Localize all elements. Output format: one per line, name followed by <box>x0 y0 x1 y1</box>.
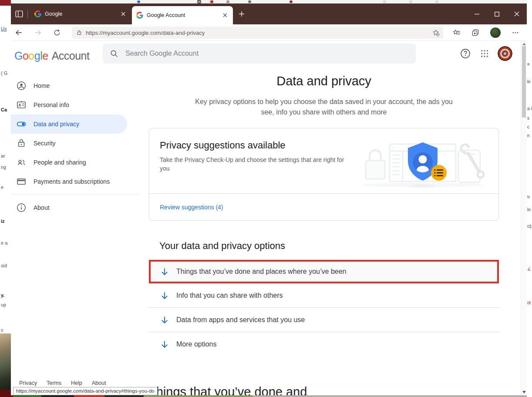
card-title: Privacy suggestions available <box>160 140 286 151</box>
arrow-down-icon <box>159 290 170 301</box>
browser-profile-avatar[interactable] <box>489 27 502 39</box>
sidebar-divider <box>11 194 138 195</box>
browser-titlebar: Google Google Account <box>11 3 527 24</box>
background-window-top-strip: 26 <box>11 0 527 3</box>
footer-link-privacy[interactable]: Privacy <box>19 380 37 386</box>
background-badge: 26 <box>197 0 201 3</box>
home-icon <box>16 81 27 91</box>
forward-icon[interactable] <box>32 27 44 39</box>
background-bottom-strip <box>11 395 527 397</box>
refresh-icon[interactable] <box>51 27 63 39</box>
browser-navbar: https://myaccount.google.com/data-and-pr… <box>11 24 527 41</box>
next-section-heading-partial: Things that you’ve done and <box>148 385 307 395</box>
window-close-button[interactable] <box>507 3 526 24</box>
settings-menu-icon[interactable] <box>509 27 522 39</box>
review-suggestions-row[interactable]: Review suggestions (4) <box>149 193 498 220</box>
scrollbar-thumb[interactable] <box>522 46 526 118</box>
footer-link-help[interactable]: Help <box>71 380 82 386</box>
option-things-done-places-been[interactable]: Things that you’ve done and places where… <box>149 260 499 283</box>
tab-close-icon[interactable] <box>120 10 127 17</box>
options-section-title: Your data and privacy options <box>159 240 285 252</box>
info-icon <box>16 202 27 213</box>
credit-card-icon <box>16 176 27 187</box>
help-icon[interactable] <box>459 47 471 60</box>
tab-divider <box>27 10 28 18</box>
page-scrollbar[interactable] <box>521 41 527 395</box>
people-icon <box>16 157 27 168</box>
url-bar[interactable]: https://myaccount.google.com/data-and-pr… <box>72 27 443 39</box>
option-info-share-others[interactable]: Info that you can share with others <box>149 284 499 308</box>
sidebar-item-data-and-privacy[interactable]: Data and privacy <box>11 114 127 134</box>
search-icon <box>110 49 118 58</box>
tab-label: Google Account <box>147 12 218 18</box>
background-image-fragment <box>0 0 11 6</box>
option-data-apps-services[interactable]: Data from apps and services that you use <box>149 308 499 332</box>
sidebar-item-home[interactable]: Home <box>11 76 127 95</box>
lock-icon <box>16 138 27 148</box>
card-body: Take the Privacy Check-Up and choose the… <box>160 155 351 173</box>
google-account-logo: Google Account <box>14 50 89 62</box>
window-maximize-button[interactable] <box>487 3 506 24</box>
tab-google[interactable]: Google <box>30 3 131 24</box>
tab-google-account[interactable]: Google Account <box>132 6 233 24</box>
footer-link-about[interactable]: About <box>92 380 106 386</box>
browser-window: Google Google Account <box>11 3 527 397</box>
background-photo-fragment <box>0 333 11 390</box>
scroll-down-arrow[interactable] <box>522 391 526 394</box>
google-favicon <box>136 12 143 19</box>
tab-close-icon[interactable] <box>222 12 229 19</box>
search-bar[interactable] <box>103 44 416 64</box>
status-bar-link-preview: https://myaccount.google.com/data-and-pr… <box>13 387 158 395</box>
search-input[interactable] <box>125 49 387 58</box>
window-minimize-button[interactable] <box>467 3 486 24</box>
privacy-suggestions-card: Privacy suggestions available Take the P… <box>149 128 499 221</box>
id-card-icon <box>16 100 27 110</box>
back-icon[interactable] <box>13 27 25 39</box>
footer-link-terms[interactable]: Terms <box>47 380 61 386</box>
page-content: Google Account Home <box>11 41 527 395</box>
background-window-left-sliver: Us ( G Ca ar ng e iz e a sid y. up s <box>0 0 11 397</box>
scroll-up-arrow[interactable] <box>522 43 526 45</box>
account-avatar[interactable] <box>498 46 512 61</box>
sidebar-item-about[interactable]: About <box>11 198 127 217</box>
background-window-right-sliver: ≡ ki a i s c n u lo cij ∠ ot <box>527 0 532 397</box>
sidebar-item-payments[interactable]: Payments and subscriptions <box>11 172 127 191</box>
sidebar-item-people-and-sharing[interactable]: People and sharing <box>11 153 127 172</box>
google-apps-grid-icon[interactable] <box>478 47 491 60</box>
arrow-down-icon <box>159 315 170 325</box>
sidebar-item-personal-info[interactable]: Personal info <box>11 95 127 114</box>
tab-actions-icon[interactable] <box>14 9 24 19</box>
page-footer-links: Privacy Terms Help About <box>19 380 106 386</box>
sidebar-item-security[interactable]: Security <box>11 134 127 153</box>
option-more-options[interactable]: More options <box>149 332 499 357</box>
toggle-icon <box>16 119 27 129</box>
collections-icon[interactable] <box>469 27 481 39</box>
page-title: Data and privacy <box>149 74 499 88</box>
lock-icon <box>76 30 82 36</box>
url-text: https://myaccount.google.com/data-and-pr… <box>86 30 432 36</box>
add-favorite-icon[interactable] <box>432 29 440 37</box>
background-image-fragment <box>0 390 11 397</box>
logo-account-text: Account <box>52 50 90 62</box>
google-favicon <box>34 10 41 17</box>
arrow-down-icon <box>159 339 170 350</box>
privacy-checkup-illustration <box>359 135 486 190</box>
favorites-icon[interactable] <box>451 27 463 39</box>
tab-label: Google <box>45 11 116 17</box>
review-suggestions-link[interactable]: Review suggestions (4) <box>160 204 223 211</box>
arrow-down-icon <box>159 266 170 277</box>
new-tab-icon[interactable] <box>237 10 246 18</box>
page-subtitle: Key privacy options to help you choose t… <box>190 97 458 118</box>
